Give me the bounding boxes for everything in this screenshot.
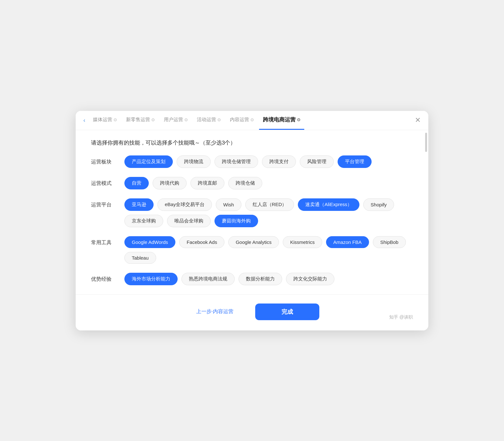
tag-shopify[interactable]: Shopify: [363, 198, 394, 211]
tab-pin-icon-activity: ⊙: [217, 117, 221, 122]
tab-label-media: 媒体运营: [93, 117, 112, 123]
tags-container-operations-mode: 自营跨境代购跨境直邮跨境仓储: [124, 177, 413, 189]
tag-shipbob[interactable]: ShipBob: [373, 236, 406, 248]
tag-product-positioning[interactable]: 产品定位及策划: [124, 155, 173, 168]
instruction-text: 请选择你拥有的技能，可以选择多个技能哦～（至少选3个）: [91, 139, 413, 146]
tab-media[interactable]: 媒体运营 ⊙: [89, 111, 121, 130]
section-label-advantage-experience: 优势经验: [91, 273, 114, 283]
tag-amazon-fba[interactable]: Amazon FBA: [326, 236, 369, 248]
tag-cross-border-logistics[interactable]: 跨境物流: [177, 155, 211, 168]
tab-label-content: 内容运营: [230, 117, 249, 123]
tab-crossborder[interactable]: 跨境电商运营 ⊙: [259, 111, 304, 130]
tag-amazon[interactable]: 亚马逊: [124, 198, 154, 211]
modal-body: 请选择你拥有的技能，可以选择多个技能哦～（至少选3个） 运营板块产品定位及策划跨…: [76, 130, 428, 285]
footer: 上一步·内容运营 完成 知乎 @谈职: [76, 295, 428, 330]
tag-overseas-market-analysis[interactable]: 海外市场分析能力: [124, 273, 178, 285]
sections-container: 运营板块产品定位及策划跨境物流跨境仓储管理跨境支付风险管理平台管理运营模式自营跨…: [91, 155, 413, 285]
tab-newretail[interactable]: 新零售运营 ⊙: [122, 111, 159, 130]
tab-pin-icon-crossborder: ⊙: [297, 117, 300, 122]
tag-platform-management[interactable]: 平台管理: [338, 155, 372, 168]
tag-facebook-ads[interactable]: Facebook Ads: [179, 236, 224, 248]
tag-vip-global[interactable]: 唯品会全球购: [167, 215, 211, 227]
tab-activity[interactable]: 活动运营 ⊙: [193, 111, 225, 130]
complete-button[interactable]: 完成: [255, 304, 319, 320]
tag-cross-border-purchasing[interactable]: 跨境代购: [153, 177, 187, 189]
section-label-operations-platform: 运营平台: [91, 198, 114, 208]
section-common-tools: 常用工具Google AdWordsFacebook AdsGoogle Ana…: [91, 236, 413, 264]
scrollbar: [425, 133, 427, 152]
section-operations-mode: 运营模式自营跨境代购跨境直邮跨境仓储: [91, 177, 413, 189]
tag-aliexpress[interactable]: 速卖通（AliExpress）: [298, 198, 359, 211]
tag-cross-border-storage[interactable]: 跨境仓储管理: [214, 155, 258, 168]
tag-cross-border-direct[interactable]: 跨境直邮: [190, 177, 224, 189]
tab-pin-icon-user: ⊙: [184, 117, 188, 122]
tab-label-crossborder: 跨境电商运营: [263, 116, 296, 123]
tab-label-activity: 活动运营: [197, 117, 216, 123]
tag-google-adwords[interactable]: Google AdWords: [124, 236, 175, 248]
tab-pin-icon-newretail: ⊙: [151, 117, 155, 122]
tags-container-operations-platform: 亚马逊eBay全球交易平台Wish红人店（RED）速卖通（AliExpress）…: [124, 198, 413, 227]
tag-cross-border-warehouse[interactable]: 跨境仓储: [228, 177, 262, 189]
section-operations-platform: 运营平台亚马逊eBay全球交易平台Wish红人店（RED）速卖通（AliExpr…: [91, 198, 413, 227]
tab-pin-icon-media: ⊙: [113, 117, 117, 122]
section-label-operations-mode: 运营模式: [91, 177, 114, 187]
tag-risk-management[interactable]: 风险管理: [300, 155, 334, 168]
tag-kissmetrics[interactable]: Kissmetrics: [283, 236, 322, 248]
tag-wish[interactable]: Wish: [216, 198, 241, 211]
close-button[interactable]: ✕: [415, 117, 421, 124]
tag-tableau[interactable]: Tableau: [124, 252, 156, 264]
tags-container-common-tools: Google AdWordsFacebook AdsGoogle Analyti…: [124, 236, 413, 264]
tab-user[interactable]: 用户运营 ⊙: [160, 111, 192, 130]
back-button[interactable]: 上一步·内容运营: [185, 304, 245, 320]
tags-container-advantage-experience: 海外市场分析能力熟悉跨境电商法规数据分析能力跨文化交际能力: [124, 273, 413, 285]
tab-bar: ‹ 媒体运营 ⊙新零售运营 ⊙用户运营 ⊙活动运营 ⊙内容运营 ⊙跨境电商运营 …: [76, 111, 428, 130]
tag-mogujie[interactable]: 蘑菇街海外购: [214, 215, 258, 227]
tag-cross-border-payment[interactable]: 跨境支付: [262, 155, 296, 168]
tab-label-user: 用户运营: [164, 117, 183, 123]
tag-red-shop[interactable]: 红人店（RED）: [245, 198, 294, 211]
tab-pin-icon-content: ⊙: [250, 117, 254, 122]
section-label-common-tools: 常用工具: [91, 236, 114, 246]
tab-scroll-left-icon[interactable]: ‹: [83, 117, 85, 124]
tab-label-newretail: 新零售运营: [126, 117, 150, 123]
tag-data-analysis[interactable]: 数据分析能力: [239, 273, 282, 285]
tag-self-operated[interactable]: 自营: [124, 177, 149, 189]
tag-google-analytics[interactable]: Google Analytics: [228, 236, 279, 248]
tag-cross-cultural[interactable]: 跨文化交际能力: [286, 273, 334, 285]
watermark: 知乎 @谈职: [389, 314, 413, 320]
section-advantage-experience: 优势经验海外市场分析能力熟悉跨境电商法规数据分析能力跨文化交际能力: [91, 273, 413, 285]
tag-ebay[interactable]: eBay全球交易平台: [157, 198, 212, 211]
tag-cross-border-law[interactable]: 熟悉跨境电商法规: [181, 273, 235, 285]
section-label-operations-module: 运营板块: [91, 155, 114, 165]
modal-container: ‹ 媒体运营 ⊙新零售运营 ⊙用户运营 ⊙活动运营 ⊙内容运营 ⊙跨境电商运营 …: [76, 111, 428, 330]
tab-bar-left: ‹ 媒体运营 ⊙新零售运营 ⊙用户运营 ⊙活动运营 ⊙内容运营 ⊙跨境电商运营 …: [83, 111, 411, 130]
section-operations-module: 运营板块产品定位及策划跨境物流跨境仓储管理跨境支付风险管理平台管理: [91, 155, 413, 168]
tags-container-operations-module: 产品定位及策划跨境物流跨境仓储管理跨境支付风险管理平台管理: [124, 155, 413, 168]
tag-jd-global[interactable]: 京东全球购: [124, 215, 163, 227]
tab-content[interactable]: 内容运营 ⊙: [226, 111, 258, 130]
